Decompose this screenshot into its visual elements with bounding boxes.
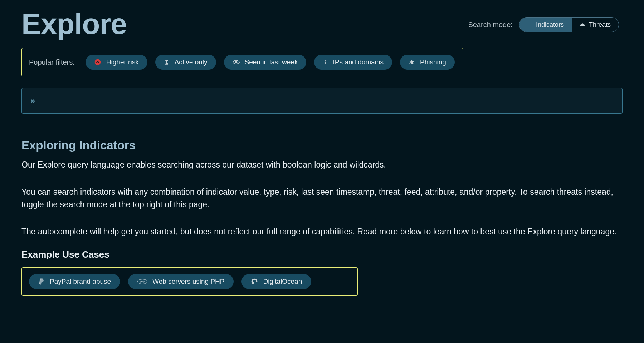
mode-threats-button[interactable]: Threats (572, 18, 619, 32)
svg-line-4 (584, 24, 585, 25)
usecase-paypal[interactable]: PayPal brand abuse (29, 274, 120, 289)
info-icon (527, 22, 532, 27)
usecase-label: Web servers using PHP (152, 278, 224, 285)
svg-point-2 (581, 24, 584, 26)
filter-ips-domains[interactable]: IPs and domains (314, 55, 392, 70)
mode-indicators-button[interactable]: Indicators (519, 18, 572, 32)
filter-label: Higher risk (106, 58, 139, 66)
content-p2: You can search indicators with any combi… (21, 186, 623, 211)
search-mode-toggle: Indicators Threats (519, 17, 619, 32)
content-section: Exploring Indicators Our Explore query l… (21, 139, 623, 296)
svg-line-6 (584, 25, 585, 26)
svg-line-5 (580, 25, 581, 26)
info-icon (323, 59, 328, 65)
hourglass-icon (164, 59, 170, 65)
svg-line-14 (409, 63, 410, 63)
digitalocean-icon (251, 278, 258, 285)
bug-icon (580, 22, 585, 28)
filter-higher-risk[interactable]: Higher risk (86, 55, 147, 70)
popular-filters-label: Popular filters: (29, 58, 75, 66)
filter-seen-last-week[interactable]: Seen in last week (224, 55, 307, 70)
content-p1: Our Explore query language enables searc… (21, 159, 623, 172)
mode-threats-label: Threats (589, 21, 611, 29)
usecases-box: PayPal brand abuse php Web servers using… (21, 267, 358, 296)
usecases-heading: Example Use Cases (21, 249, 623, 260)
red-up-icon (94, 59, 101, 66)
svg-line-12 (410, 62, 411, 62)
svg-rect-19 (253, 283, 254, 284)
content-p2a: You can search indicators with any combi… (21, 187, 530, 197)
usecase-php[interactable]: php Web servers using PHP (128, 274, 234, 289)
filter-phishing[interactable]: Phishing (400, 55, 455, 70)
filter-active-only[interactable]: Active only (155, 55, 216, 70)
svg-line-3 (581, 24, 582, 25)
php-icon: php (137, 279, 147, 284)
filter-label: Phishing (420, 58, 446, 66)
svg-text:php: php (140, 280, 145, 283)
svg-point-0 (530, 23, 530, 24)
svg-line-13 (413, 62, 414, 62)
usecase-label: PayPal brand abuse (50, 278, 111, 285)
content-p3: The autocomplete will help get you start… (21, 225, 623, 238)
filter-label: IPs and domains (333, 58, 384, 66)
svg-rect-18 (253, 282, 254, 283)
svg-point-8 (235, 61, 237, 63)
search-input[interactable]: » (21, 88, 623, 114)
mode-indicators-label: Indicators (536, 21, 564, 29)
search-prompt-icon: » (30, 96, 35, 106)
usecase-digitalocean[interactable]: DigitalOcean (241, 274, 311, 289)
usecase-label: DigitalOcean (263, 278, 302, 285)
search-mode-row: Search mode: Indicators Threats (468, 17, 619, 32)
paypal-icon (38, 278, 45, 285)
svg-line-15 (413, 63, 414, 63)
svg-point-11 (410, 61, 413, 64)
search-threats-link[interactable]: search threats (530, 187, 582, 197)
filter-label: Active only (175, 58, 208, 66)
page-title: Explore (21, 7, 127, 41)
bug-icon (409, 59, 415, 65)
svg-point-9 (325, 60, 326, 61)
popular-filters-box: Popular filters: Higher risk Active only… (21, 48, 463, 76)
content-heading: Exploring Indicators (21, 139, 623, 152)
filter-label: Seen in last week (245, 58, 298, 66)
eye-icon (233, 60, 240, 65)
svg-point-7 (95, 59, 101, 65)
search-mode-label: Search mode: (468, 21, 513, 29)
